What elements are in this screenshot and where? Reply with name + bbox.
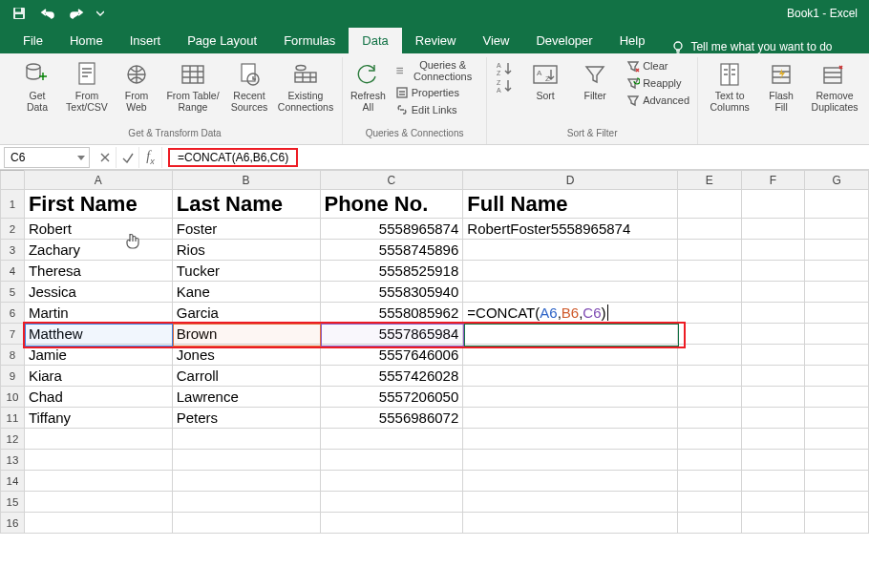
cell-G14[interactable]	[805, 471, 869, 492]
refresh-all-button[interactable]: Refresh All	[350, 57, 386, 113]
cell-E1[interactable]	[678, 190, 742, 219]
text-to-columns-button[interactable]: Text to Columns	[706, 57, 753, 113]
cell-B7[interactable]: Brown	[172, 324, 320, 345]
cell-C13[interactable]	[320, 450, 463, 471]
cell-F11[interactable]	[741, 408, 805, 429]
cell-C7[interactable]: 5557865984	[320, 324, 463, 345]
tell-me-search[interactable]: Tell me what you want to do	[658, 40, 845, 53]
undo-icon[interactable]	[36, 4, 59, 23]
col-header-E[interactable]: E	[678, 171, 742, 190]
tab-view[interactable]: View	[469, 28, 522, 53]
cell-F1[interactable]	[741, 190, 805, 219]
tab-home[interactable]: Home	[56, 28, 117, 53]
insert-function-icon[interactable]: fx	[139, 147, 162, 168]
cell-D9[interactable]	[463, 366, 678, 387]
cell-E7[interactable]	[678, 324, 742, 345]
cell-C6[interactable]: 5558085962	[320, 303, 463, 324]
cell-G3[interactable]	[805, 240, 869, 261]
select-all-corner[interactable]	[1, 171, 25, 190]
cell-C2[interactable]: 5558965874	[320, 219, 463, 240]
sort-button[interactable]: AZ Sort	[523, 57, 567, 101]
cell-A3[interactable]: Zachary	[24, 240, 172, 261]
tab-help[interactable]: Help	[606, 28, 659, 53]
cell-G12[interactable]	[805, 429, 869, 450]
row-header-1[interactable]: 1	[1, 190, 25, 219]
cell-A16[interactable]	[24, 513, 172, 534]
cell-E14[interactable]	[678, 471, 742, 492]
cell-C11[interactable]: 5556986072	[320, 408, 463, 429]
cell-F8[interactable]	[741, 345, 805, 366]
cell-F5[interactable]	[741, 282, 805, 303]
col-header-A[interactable]: A	[24, 171, 172, 190]
save-icon[interactable]	[8, 4, 31, 23]
row-header-16[interactable]: 16	[1, 513, 25, 534]
row-header-10[interactable]: 10	[1, 387, 25, 408]
cell-D4[interactable]	[463, 261, 678, 282]
cell-C14[interactable]	[320, 471, 463, 492]
cell-F10[interactable]	[741, 387, 805, 408]
col-header-C[interactable]: C	[320, 171, 463, 190]
cell-G15[interactable]	[805, 492, 869, 513]
cell-F7[interactable]	[741, 324, 805, 345]
cell-D5[interactable]	[463, 282, 678, 303]
cell-B3[interactable]: Rios	[172, 240, 320, 261]
cell-G11[interactable]	[805, 408, 869, 429]
cell-G16[interactable]	[805, 513, 869, 534]
cell-D13[interactable]	[463, 450, 678, 471]
cell-E10[interactable]	[678, 387, 742, 408]
row-header-8[interactable]: 8	[1, 345, 25, 366]
col-header-G[interactable]: G	[805, 171, 869, 190]
cell-F12[interactable]	[741, 429, 805, 450]
cell-A7[interactable]: Matthew	[24, 324, 172, 345]
cell-G9[interactable]	[805, 366, 869, 387]
cell-F13[interactable]	[741, 450, 805, 471]
cell-F15[interactable]	[741, 492, 805, 513]
cell-B1[interactable]: Last Name	[172, 190, 320, 219]
cell-A6[interactable]: Martin	[24, 303, 172, 324]
cell-F16[interactable]	[741, 513, 805, 534]
cell-C3[interactable]: 5558745896	[320, 240, 463, 261]
enter-formula-icon[interactable]	[117, 147, 139, 168]
tab-file[interactable]: File	[10, 28, 56, 53]
remove-duplicates-button[interactable]: Remove Duplicates	[809, 57, 860, 113]
row-header-15[interactable]: 15	[1, 492, 25, 513]
cell-D3[interactable]	[463, 240, 678, 261]
cell-A14[interactable]	[24, 471, 172, 492]
cell-B14[interactable]	[172, 471, 320, 492]
tab-review[interactable]: Review	[402, 28, 470, 53]
cell-F2[interactable]	[741, 219, 805, 240]
cell-B16[interactable]	[172, 513, 320, 534]
cell-F9[interactable]	[741, 366, 805, 387]
cell-C1[interactable]: Phone No.	[320, 190, 463, 219]
cell-D15[interactable]	[463, 492, 678, 513]
cell-F6[interactable]	[741, 303, 805, 324]
cell-E16[interactable]	[678, 513, 742, 534]
cell-C9[interactable]: 5557426028	[320, 366, 463, 387]
sort-za-button[interactable]: ZA	[495, 78, 518, 94]
clear-filter-button[interactable]: Clear	[626, 59, 689, 73]
cell-A9[interactable]: Kiara	[24, 366, 172, 387]
cell-D12[interactable]	[463, 429, 678, 450]
cell-A11[interactable]: Tiffany	[24, 408, 172, 429]
cell-B2[interactable]: Foster	[172, 219, 320, 240]
sort-az-button[interactable]: AZ	[495, 61, 518, 76]
cell-C12[interactable]	[320, 429, 463, 450]
cell-B6[interactable]: Garcia	[172, 303, 320, 324]
cell-D6[interactable]: =CONCAT(A6,B6,C6)	[463, 303, 678, 324]
cell-B12[interactable]	[172, 429, 320, 450]
cell-D1[interactable]: Full Name	[463, 190, 678, 219]
row-header-4[interactable]: 4	[1, 261, 25, 282]
cell-A4[interactable]: Theresa	[24, 261, 172, 282]
cell-A8[interactable]: Jamie	[24, 345, 172, 366]
cell-D16[interactable]	[463, 513, 678, 534]
cell-G7[interactable]	[805, 324, 869, 345]
cell-G13[interactable]	[805, 450, 869, 471]
from-web-button[interactable]: From Web	[115, 57, 159, 113]
cell-B15[interactable]	[172, 492, 320, 513]
cell-A2[interactable]: Robert	[24, 219, 172, 240]
existing-connections-button[interactable]: Existing Connections	[277, 57, 334, 113]
name-box[interactable]: C6	[4, 147, 90, 168]
cell-B11[interactable]: Peters	[172, 408, 320, 429]
cell-D8[interactable]	[463, 345, 678, 366]
cell-E4[interactable]	[678, 261, 742, 282]
